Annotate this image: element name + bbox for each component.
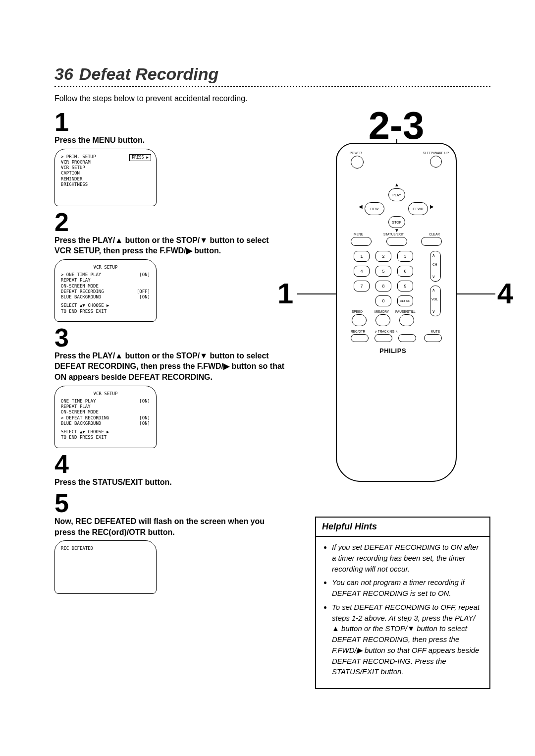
screen-2-row: DEFEAT RECORDING[OFF] bbox=[61, 289, 150, 294]
screen-2: VCR SETUP > ONE TIME PLAY[ON] REPEAT PLA… bbox=[54, 259, 157, 322]
label-mute: MUTE bbox=[431, 330, 440, 334]
screen-3-foot2: TO END PRESS EXIT bbox=[61, 435, 150, 440]
helpful-hints-box: Helpful Hints If you set DEFEAT RECORDIN… bbox=[315, 517, 490, 689]
pause-button[interactable] bbox=[399, 314, 414, 326]
screen-2-row: BLUE BACKGROUND[ON] bbox=[61, 294, 150, 300]
press-label: PRESS ▶ bbox=[129, 154, 151, 161]
vol-down-icon: ∨ bbox=[432, 309, 435, 314]
stop-button[interactable]: STOP bbox=[388, 216, 405, 228]
mute-button[interactable] bbox=[424, 334, 442, 342]
remote-control: POWER SLEEP/WAKE UP PLAY ▲ REW ◀ F.FWD ▶… bbox=[336, 143, 457, 482]
right-column: 2-3 1 4 POWER SLEEP/WAKE UP PLAY ▲ REW ◀ bbox=[302, 106, 490, 689]
label-vol: VOL bbox=[431, 298, 438, 301]
channel-rocker[interactable]: ∧ CH ∨ bbox=[430, 251, 441, 282]
screen-3-row: > DEFEAT RECORDING[ON] bbox=[61, 415, 150, 421]
hints-body: If you set DEFEAT RECORDING to ON after … bbox=[316, 537, 489, 688]
key-3[interactable]: 3 bbox=[397, 251, 413, 262]
label-power: POWER bbox=[350, 152, 362, 155]
screen-1-line: CAPTION bbox=[61, 171, 150, 176]
left-arrow-icon: ◀ bbox=[359, 204, 363, 209]
screen-3-row: BLUE BACKGROUND[ON] bbox=[61, 421, 150, 426]
screen-3-title: VCR SETUP bbox=[61, 391, 150, 397]
key-9[interactable]: 9 bbox=[397, 281, 413, 291]
screen-5-line: REC DEFEATED bbox=[61, 546, 150, 551]
key-8[interactable]: 8 bbox=[375, 281, 391, 291]
label-speed: SPEED bbox=[352, 310, 363, 314]
right-arrow-icon: ▶ bbox=[430, 204, 434, 209]
screen-5: REC DEFEATED bbox=[54, 540, 157, 594]
step-4-number: 4 bbox=[54, 451, 287, 477]
key-5[interactable]: 5 bbox=[375, 266, 391, 277]
rew-button[interactable]: REW bbox=[365, 202, 384, 215]
label-sleep: SLEEP/WAKE UP bbox=[423, 152, 449, 155]
key-2[interactable]: 2 bbox=[375, 251, 391, 262]
step-5-number: 5 bbox=[54, 490, 287, 516]
screen-3-row: ONE TIME PLAY[ON] bbox=[61, 399, 150, 404]
altch-button[interactable]: ALT CH bbox=[397, 295, 413, 306]
speed-button[interactable] bbox=[352, 314, 367, 326]
step-2-number: 2 bbox=[54, 209, 287, 235]
screen-2-row: REPEAT PLAY bbox=[61, 278, 150, 283]
callout-4: 4 bbox=[497, 277, 513, 310]
status-exit-button[interactable] bbox=[386, 237, 407, 246]
step-2-text: Press the PLAY/▲ button or the STOP/▼ bu… bbox=[54, 235, 287, 256]
label-menu: MENU bbox=[354, 233, 363, 236]
header-divider bbox=[54, 86, 490, 87]
manual-page: 36 Defeat Recording Follow the steps bel… bbox=[0, 0, 535, 719]
ch-down-icon: ∨ bbox=[432, 275, 435, 279]
label-ch: CH bbox=[432, 263, 437, 267]
screen-1: PRESS ▶ > PRIM. SETUP VCR PROGRAM VCR SE… bbox=[54, 149, 157, 206]
screen-3: VCR SETUP ONE TIME PLAY[ON] REPEAT PLAY … bbox=[54, 386, 157, 448]
page-header: 36 Defeat Recording bbox=[54, 64, 490, 84]
screen-2-foot2: TO END PRESS EXIT bbox=[61, 309, 150, 314]
menu-button[interactable] bbox=[351, 237, 372, 246]
step-1-number: 1 bbox=[54, 109, 287, 135]
screen-2-row: ON-SCREEN MODE bbox=[61, 284, 150, 289]
label-status: STATUS/EXIT bbox=[383, 233, 404, 236]
page-number: 36 bbox=[54, 64, 73, 84]
key-4[interactable]: 4 bbox=[354, 266, 370, 277]
intro-text: Follow the steps below to prevent accide… bbox=[54, 94, 490, 103]
step-4-text: Press the STATUS/EXIT button. bbox=[54, 477, 287, 488]
label-recotr: REC/OTR bbox=[351, 330, 365, 334]
power-button[interactable] bbox=[351, 156, 364, 169]
remote-callout: 2-3 1 4 POWER SLEEP/WAKE UP PLAY ▲ REW ◀ bbox=[302, 106, 490, 482]
label-tracking: ∨ TRACKING ∧ bbox=[374, 330, 398, 334]
screen-2-row: > ONE TIME PLAY[ON] bbox=[61, 272, 150, 278]
screen-2-title: VCR SETUP bbox=[61, 265, 150, 270]
callout-line-right bbox=[455, 293, 495, 294]
step-5-text: Now, REC DEFEATED will flash on the scre… bbox=[54, 516, 287, 537]
step-3-number: 3 bbox=[54, 325, 287, 350]
up-arrow-icon: ▲ bbox=[394, 182, 399, 187]
screen-1-line: BRIGHTNESS bbox=[61, 182, 150, 187]
hint-item: If you set DEFEAT RECORDING to ON after … bbox=[332, 542, 482, 574]
rec-otr-button[interactable] bbox=[351, 334, 369, 342]
hints-title: Helpful Hints bbox=[316, 518, 489, 537]
key-1[interactable]: 1 bbox=[354, 251, 370, 262]
key-7[interactable]: 7 bbox=[354, 281, 370, 291]
hint-item: You can not program a timer recording if… bbox=[332, 577, 482, 599]
memory-button[interactable] bbox=[375, 314, 390, 326]
screen-3-foot: SELECT ▲▼ CHOOSE ▶ bbox=[61, 429, 150, 435]
screen-1-line: VCR SETUP bbox=[61, 165, 150, 171]
ffwd-button[interactable]: F.FWD bbox=[408, 202, 428, 215]
volume-rocker[interactable]: ∧ VOL ∨ bbox=[430, 286, 441, 316]
screen-2-foot: SELECT ▲▼ CHOOSE ▶ bbox=[61, 303, 150, 308]
key-6[interactable]: 6 bbox=[397, 266, 413, 277]
label-pause: PAUSE/STILL bbox=[395, 310, 416, 314]
screen-1-line: REMINDER bbox=[61, 176, 150, 182]
page-title: Defeat Recording bbox=[79, 64, 219, 84]
tracking-down-button[interactable] bbox=[374, 334, 392, 342]
sleep-button[interactable] bbox=[430, 156, 442, 168]
step-3-text: Press the PLAY/▲ button or the STOP/▼ bu… bbox=[54, 350, 287, 383]
label-clear: CLEAR bbox=[429, 233, 440, 236]
label-memory: MEMORY bbox=[374, 310, 389, 314]
steps-column: 1 Press the MENU button. PRESS ▶ > PRIM.… bbox=[54, 106, 287, 689]
tracking-up-button[interactable] bbox=[398, 334, 416, 342]
screen-3-row: REPEAT PLAY bbox=[61, 404, 150, 409]
screen-3-row: ON-SCREEN MODE bbox=[61, 409, 150, 415]
play-button[interactable]: PLAY bbox=[388, 188, 405, 201]
vol-up-icon: ∧ bbox=[432, 288, 435, 292]
clear-button[interactable] bbox=[421, 237, 442, 246]
key-0[interactable]: 0 bbox=[375, 295, 391, 306]
